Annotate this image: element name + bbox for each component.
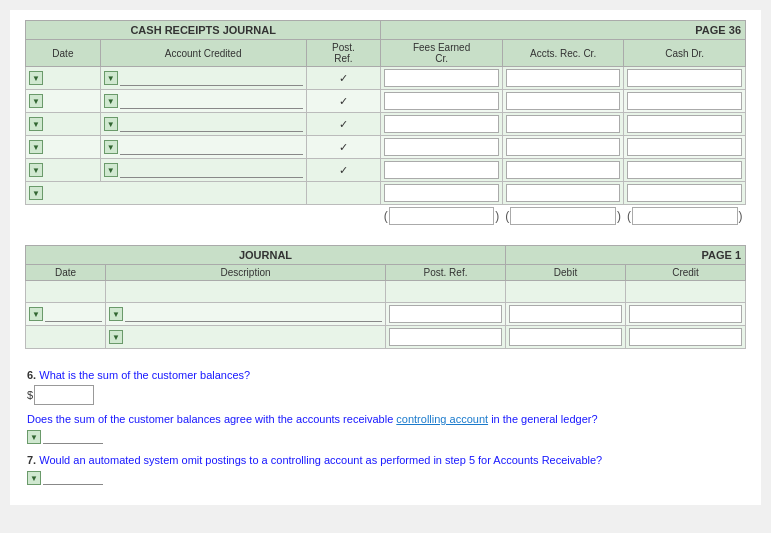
crj-cell-cash[interactable] [624, 182, 746, 205]
close-paren: ) [617, 209, 621, 223]
cash-input[interactable] [627, 69, 742, 87]
date-dropdown-arrow[interactable]: ▼ [29, 307, 43, 321]
accts-input[interactable] [506, 138, 621, 156]
account-dropdown-arrow[interactable]: ▼ [104, 94, 118, 108]
q6-agree-link[interactable]: controlling account [396, 413, 488, 425]
crj-cell-account[interactable]: ▼ [100, 159, 306, 182]
crj-cell-accts[interactable] [502, 113, 624, 136]
j2-cell-credit[interactable] [626, 303, 746, 326]
crj-cell-date[interactable]: ▼ [26, 136, 101, 159]
j2-cell-debit[interactable] [506, 326, 626, 349]
cash-input[interactable] [627, 184, 742, 202]
j2-cell-postref[interactable] [386, 303, 506, 326]
accts-input[interactable] [506, 69, 621, 87]
cash-input[interactable] [627, 138, 742, 156]
fees-input[interactable] [384, 115, 499, 133]
date-dropdown-arrow[interactable]: ▼ [29, 163, 43, 177]
q6-answer-input[interactable] [34, 385, 94, 405]
crj-cell-accts[interactable] [502, 90, 624, 113]
accts-input[interactable] [506, 115, 621, 133]
account-line-input[interactable] [120, 116, 303, 132]
q7-dropdown[interactable]: ▼ [27, 471, 103, 485]
sum-accts-input[interactable] [510, 207, 616, 225]
crj-cell-date[interactable]: ▼ [26, 159, 101, 182]
postref-input[interactable] [389, 328, 502, 346]
date-dropdown-arrow[interactable]: ▼ [29, 117, 43, 131]
accts-input[interactable] [506, 92, 621, 110]
date-input[interactable] [45, 306, 102, 322]
debit-input[interactable] [509, 305, 622, 323]
crj-cell-accts[interactable] [502, 159, 624, 182]
crj-cell-fees[interactable] [381, 67, 503, 90]
crj-cell-date[interactable]: ▼ [26, 182, 307, 205]
crj-cell-fees[interactable] [381, 90, 503, 113]
crj-cell-date[interactable]: ▼ [26, 67, 101, 90]
crj-cell-accts[interactable] [502, 67, 624, 90]
account-dropdown-arrow[interactable]: ▼ [104, 140, 118, 154]
credit-input[interactable] [629, 328, 742, 346]
crj-cell-account[interactable]: ▼ [100, 90, 306, 113]
crj-cell-cash[interactable] [624, 136, 746, 159]
j2-cell-postref[interactable] [386, 326, 506, 349]
crj-cell-fees[interactable] [381, 136, 503, 159]
credit-input[interactable] [629, 305, 742, 323]
fees-input[interactable] [384, 138, 499, 156]
crj-cell-account[interactable]: ▼ [100, 67, 306, 90]
cash-input[interactable] [627, 161, 742, 179]
crj-sum-accts[interactable]: ( ) [502, 205, 624, 228]
close-paren: ) [739, 209, 743, 223]
crj-cell-fees[interactable] [381, 113, 503, 136]
crj-cell-cash[interactable] [624, 113, 746, 136]
q6-dropdown-arrow[interactable]: ▼ [27, 430, 41, 444]
q7-dropdown-arrow[interactable]: ▼ [27, 471, 41, 485]
account-line-input[interactable] [120, 139, 303, 155]
crj-sum-cash[interactable]: ( ) [624, 205, 746, 228]
j2-cell-date[interactable]: ▼ [26, 303, 106, 326]
crj-cell-fees[interactable] [381, 182, 503, 205]
account-line-input[interactable] [120, 162, 303, 178]
account-line-input[interactable] [120, 70, 303, 86]
j2-cell-desc[interactable]: ▼ [106, 326, 386, 349]
sum-cash-input[interactable] [632, 207, 738, 225]
crj-cell-date[interactable]: ▼ [26, 113, 101, 136]
crj-cell-date[interactable]: ▼ [26, 90, 101, 113]
date-dropdown-arrow[interactable]: ▼ [29, 186, 43, 200]
desc-input[interactable] [125, 306, 382, 322]
date-dropdown-arrow[interactable]: ▼ [29, 140, 43, 154]
desc-dropdown-arrow[interactable]: ▼ [109, 307, 123, 321]
crj-cell-accts[interactable] [502, 182, 624, 205]
crj-cell-fees[interactable] [381, 159, 503, 182]
accts-input[interactable] [506, 184, 621, 202]
crj-sum-fees[interactable]: ( ) [381, 205, 503, 228]
fees-input[interactable] [384, 161, 499, 179]
postref-input[interactable] [389, 305, 502, 323]
fees-input[interactable] [384, 184, 499, 202]
desc-dropdown-arrow[interactable]: ▼ [109, 330, 123, 344]
accts-input[interactable] [506, 161, 621, 179]
crj-cell-cash[interactable] [624, 67, 746, 90]
q6-dropdown[interactable]: ▼ [27, 430, 103, 444]
account-dropdown-arrow[interactable]: ▼ [104, 117, 118, 131]
fees-input[interactable] [384, 69, 499, 87]
account-dropdown-arrow[interactable]: ▼ [104, 71, 118, 85]
crj-cell-cash[interactable] [624, 159, 746, 182]
cash-input[interactable] [627, 92, 742, 110]
account-line-input[interactable] [120, 93, 303, 109]
date-dropdown-arrow[interactable]: ▼ [29, 94, 43, 108]
account-dropdown-arrow[interactable]: ▼ [104, 163, 118, 177]
crj-cell-account[interactable]: ▼ [100, 113, 306, 136]
crj-cell-cash[interactable] [624, 90, 746, 113]
crj-cell-accts[interactable] [502, 136, 624, 159]
date-dropdown-arrow[interactable]: ▼ [29, 71, 43, 85]
j2-empty-row [26, 281, 746, 303]
j2-cell-credit[interactable] [626, 326, 746, 349]
sum-fees-input[interactable] [389, 207, 495, 225]
cash-input[interactable] [627, 115, 742, 133]
fees-input[interactable] [384, 92, 499, 110]
j2-cell-debit[interactable] [506, 303, 626, 326]
j2-cell-desc[interactable]: ▼ [106, 303, 386, 326]
crj-cell-check: ✓ [306, 159, 381, 182]
debit-input[interactable] [509, 328, 622, 346]
crj-cell-account[interactable]: ▼ [100, 136, 306, 159]
crj-sum-row: ( ) ( ) ( ) [26, 205, 746, 228]
